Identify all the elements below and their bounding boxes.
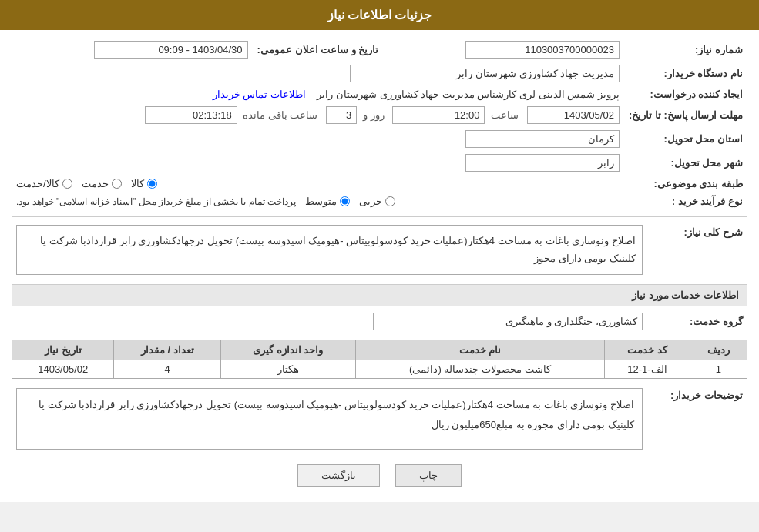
shahr-label: شهر محل تحویل: — [624, 151, 747, 175]
tabaqe-kala-khedmat-label: کالا/خدمت — [16, 178, 59, 189]
col-nam: نام خدمت — [355, 340, 604, 360]
tarikh-elan-value: 1403/04/30 - 09:09 — [12, 38, 253, 62]
grohe-box: کشاورزی، جنگلداری و ماهیگیری — [373, 313, 643, 330]
noeFarayand-jozi-radio[interactable] — [385, 196, 395, 206]
tarikh-elan-label: تاریخ و ساعت اعلان عمومی: — [253, 38, 384, 62]
mohlat-saat-box: 12:00 — [392, 106, 485, 124]
grohe-value: کشاورزی، جنگلداری و ماهیگیری — [12, 309, 647, 333]
row-namDastgah: نام دستگاه خریدار: مدیریت جهاد کشاورزی ش… — [12, 62, 747, 85]
tabaqe-value: کالا/خدمت خدمت کالا — [12, 175, 624, 192]
cell-nam: کاشت محصولات چندساله (دائمی) — [355, 360, 604, 378]
row-mohlat: مهلت ارسال پاسخ: تا تاریخ: 1403/05/02 سا… — [12, 103, 747, 127]
page-content: شماره نیاز: 1103003700000023 تاریخ و ساع… — [0, 30, 759, 502]
tabaqe-kala-label: کالا — [131, 178, 144, 189]
mohlat-rooz-label: روز و — [363, 109, 385, 121]
col-kod: کد خدمت — [605, 340, 690, 360]
noeFarayand-motavaset-label: متوسط — [305, 196, 337, 207]
buttons-row: چاپ بازگشت — [12, 464, 747, 487]
tozih-label: توضیحات خریدار: — [647, 385, 747, 453]
noeFarayand-label: نوع فرآیند خرید : — [624, 192, 747, 210]
sharh-box: اصلاح ونوسازی باغات به مساحت 4هکتار(عملی… — [16, 225, 643, 275]
page-header: جزئیات اطلاعات نیاز — [0, 0, 759, 30]
info-table-tozih: توضیحات خریدار: اصلاح ونوسازی باغات به م… — [12, 385, 747, 453]
back-button[interactable]: بازگشت — [297, 464, 380, 487]
mohlat-label: مهلت ارسال پاسخ: تا تاریخ: — [624, 103, 747, 127]
mohlat-date-box: 1403/05/02 — [527, 106, 620, 124]
main-container: جزئیات اطلاعات نیاز شماره نیاز: 11030037… — [0, 0, 759, 502]
grohe-label: گروه خدمت: — [647, 309, 747, 333]
col-radif: ردیف — [690, 340, 747, 360]
ostan-box: کرمان — [465, 130, 620, 148]
tabaqe-kala-khedmat: کالا/خدمت — [16, 178, 72, 189]
shomareNiaz-value: 1103003700000023 — [383, 38, 624, 62]
row-grohe: گروه خدمت: کشاورزی، جنگلداری و ماهیگیری — [12, 309, 747, 333]
tozih-box: اصلاح ونوسازی باغات به مساحت 4هکتار(عملی… — [16, 388, 643, 450]
divider-1 — [12, 216, 747, 217]
info-table-grohe: گروه خدمت: کشاورزی، جنگلداری و ماهیگیری — [12, 309, 747, 333]
shomareNiaz-label: شماره نیاز: — [624, 38, 747, 62]
mohlat-rooz-box: 3 — [326, 106, 357, 124]
tabaqe-radio-group: کالا/خدمت خدمت کالا — [16, 178, 620, 189]
tabaqe-kala: کالا — [131, 178, 157, 189]
noeFarayand-value: پرداخت تمام یا بخشی از مبلغ خریداز محل "… — [12, 192, 624, 210]
info-table-sharh: شرح کلی نیاز: اصلاح ونوسازی باغات به مسا… — [12, 222, 747, 278]
namDastgah-value: مدیریت جهاد کشاورزی شهرستان رابر — [12, 62, 624, 85]
noeFarayand-jozi: جزیی — [359, 196, 395, 207]
noeFarayand-jozi-label: جزیی — [359, 196, 382, 207]
services-table-body: 1الف-1-12کاشت محصولات چندساله (دائمی)هکت… — [12, 360, 747, 378]
row-tabaqe: طبقه بندی موضوعی: کالا/خدمت خدمت کالا — [12, 175, 747, 192]
col-vahed: واحد اندازه گیری — [220, 340, 355, 360]
shahr-value: رابر — [383, 151, 624, 175]
namDastgah-box: مدیریت جهاد کشاورزی شهرستان رابر — [350, 65, 620, 82]
mohlat-mande-label: ساعت باقی مانده — [243, 109, 317, 121]
page-title: جزئیات اطلاعات نیاز — [327, 8, 432, 22]
cell-radif: 1 — [690, 360, 747, 378]
cell-tarikh: 1403/05/02 — [12, 360, 114, 378]
sharh-value: اصلاح ونوسازی باغات به مساحت 4هکتار(عملی… — [12, 222, 647, 278]
tabaqe-khedmat-label: خدمت — [82, 178, 109, 189]
row-shomareNiaz: شماره نیاز: 1103003700000023 تاریخ و ساع… — [12, 38, 747, 62]
info-table-1: شماره نیاز: 1103003700000023 تاریخ و ساع… — [12, 38, 747, 210]
mohlat-mande-box: 02:13:18 — [145, 106, 237, 124]
col-tarikh: تاریخ نیاز — [12, 340, 114, 360]
row-sharh: شرح کلی نیاز: اصلاح ونوسازی باغات به مسا… — [12, 222, 747, 278]
tabaqe-kala-khedmat-radio[interactable] — [62, 179, 72, 189]
tabaqe-khedmat: خدمت — [82, 178, 122, 189]
noeFarayand-note: پرداخت تمام یا بخشی از مبلغ خریداز محل "… — [16, 196, 296, 207]
ijad-label: ایجاد کننده درخواست: — [624, 85, 747, 103]
row-shahr: شهر محل تحویل: رابر — [12, 151, 747, 175]
row-ijad: ایجاد کننده درخواست: پرویز شمس الدینی لر… — [12, 85, 747, 103]
ostan-empty — [12, 127, 383, 151]
tabaqe-khedmat-radio[interactable] — [112, 179, 122, 189]
services-table-head: ردیف کد خدمت نام خدمت واحد اندازه گیری ت… — [12, 340, 747, 360]
mohlat-row: 1403/05/02 ساعت 12:00 روز و 3 ساعت باقی … — [12, 103, 624, 127]
print-button[interactable]: چاپ — [395, 464, 462, 487]
tarikh-elan-box: 1403/04/30 - 09:09 — [94, 41, 248, 59]
tabaqe-label: طبقه بندی موضوعی: — [624, 175, 747, 192]
khadamat-section-header: اطلاعات خدمات مورد نیاز — [12, 284, 747, 306]
namDastgah-label: نام دستگاه خریدار: — [624, 62, 747, 85]
row-noeFarayand: نوع فرآیند خرید : پرداخت تمام یا بخشی از… — [12, 192, 747, 210]
services-table: ردیف کد خدمت نام خدمت واحد اندازه گیری ت… — [12, 340, 747, 379]
ostan-value: کرمان — [383, 127, 624, 151]
table-row: 1الف-1-12کاشت محصولات چندساله (دائمی)هکت… — [12, 360, 747, 378]
row-tozih: توضیحات خریدار: اصلاح ونوسازی باغات به م… — [12, 385, 747, 453]
col-tedad: تعداد / مقدار — [114, 340, 221, 360]
ijad-link[interactable]: اطلاعات تماس خریدار — [213, 89, 306, 100]
noeFarayand-motavaset: متوسط — [305, 196, 350, 207]
cell-vahed: هکتار — [220, 360, 355, 378]
shahr-empty — [12, 151, 383, 175]
cell-tedad: 4 — [114, 360, 221, 378]
noeFarayand-motavaset-radio[interactable] — [340, 196, 350, 206]
services-table-header-row: ردیف کد خدمت نام خدمت واحد اندازه گیری ت… — [12, 340, 747, 360]
row-ostan: استان محل تحویل: کرمان — [12, 127, 747, 151]
mohlat-saat-label: ساعت — [491, 109, 519, 121]
shomareNiaz-box: 1103003700000023 — [465, 41, 620, 59]
ostan-label: استان محل تحویل: — [624, 127, 747, 151]
sharh-label: شرح کلی نیاز: — [647, 222, 747, 278]
ijad-text: پرویز شمس الدینی لری کارشناس مدیریت جهاد… — [317, 89, 620, 100]
shahr-box: رابر — [465, 154, 620, 172]
tabaqe-kala-radio[interactable] — [147, 179, 157, 189]
cell-kod: الف-1-12 — [605, 360, 690, 378]
tozih-value: اصلاح ونوسازی باغات به مساحت 4هکتار(عملی… — [12, 385, 647, 453]
